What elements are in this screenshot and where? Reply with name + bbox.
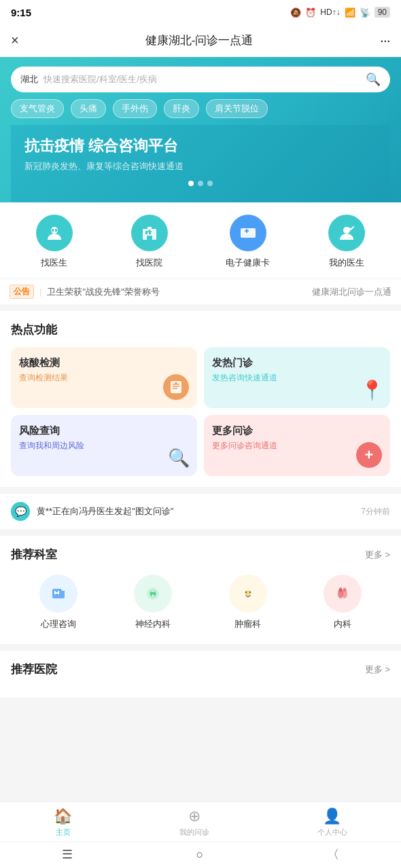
back-button[interactable]: 〈 bbox=[327, 846, 339, 863]
live-icon: 💬 bbox=[11, 502, 30, 521]
banner-dots bbox=[24, 181, 377, 186]
notice-separator: | bbox=[39, 287, 41, 297]
hot-card-nucleic[interactable]: 核酸检测 查询检测结果 bbox=[11, 347, 197, 408]
oncology-label: 肿瘤科 bbox=[234, 618, 261, 630]
svg-rect-19 bbox=[175, 382, 177, 384]
notice-more: 健康湖北问诊一点通 bbox=[312, 286, 391, 298]
tab-home[interactable]: 🏠 主页 bbox=[54, 808, 72, 837]
notice-bar[interactable]: 公告 | 卫生荣获"战疫先锋"荣誉称号 健康湖北问诊一点通 bbox=[0, 278, 401, 304]
quick-nav: 找医生 找医院 电子健康卡 bbox=[0, 202, 401, 278]
clock-icon: ⏰ bbox=[305, 7, 316, 18]
recommended-depts-section: 推荐科室 更多 > 心理咨询 bbox=[0, 536, 401, 644]
status-bar: 9:15 🔕 ⏰ HD↑↓ 📶 📡 90 bbox=[0, 0, 401, 24]
nav-find-doctor[interactable]: 找医生 bbox=[36, 215, 73, 269]
svg-rect-17 bbox=[173, 386, 179, 387]
tag-hand-injury[interactable]: 手外伤 bbox=[113, 99, 157, 118]
fever-title: 发热门诊 bbox=[212, 357, 382, 369]
recommended-hospitals-header: 推荐医院 更多 > bbox=[11, 662, 390, 677]
quick-tags: 支气管炎 头痛 手外伤 肝炎 肩关节脱位 bbox=[11, 92, 390, 125]
more-depts-button[interactable]: 更多 > bbox=[365, 549, 390, 561]
fever-sub: 发热咨询快速通道 bbox=[212, 372, 382, 384]
more-hospitals-button[interactable]: 更多 > bbox=[365, 664, 390, 676]
risk-sub: 查询我和周边风险 bbox=[19, 440, 189, 452]
profile-label: 个人中心 bbox=[317, 827, 347, 837]
svg-point-33 bbox=[339, 587, 343, 592]
hot-card-fever[interactable]: 发热门诊 发热咨询快速通道 📍 bbox=[204, 347, 390, 408]
hot-card-more[interactable]: 更多问诊 更多问诊咨询通道 + bbox=[204, 415, 390, 476]
search-bar[interactable]: 湖北 快速搜索医院/科室/医生/疾病 🔍 bbox=[11, 67, 390, 92]
live-text: 黄**正在向冯丹医生发起"图文问诊" bbox=[37, 505, 354, 518]
menu-button[interactable]: ☰ bbox=[62, 847, 73, 862]
banner-dot-1[interactable] bbox=[188, 181, 194, 186]
more-title: 更多问诊 bbox=[212, 424, 382, 437]
svg-point-26 bbox=[152, 595, 154, 597]
more-icon: + bbox=[356, 442, 382, 468]
banner: 抗击疫情 综合咨询平台 新冠肺炎发热、康复等综合咨询快速通道 bbox=[11, 125, 390, 202]
svg-rect-2 bbox=[54, 228, 55, 233]
nav-my-doctor[interactable]: 我的医生 bbox=[328, 215, 365, 269]
internal-medicine-icon bbox=[324, 575, 362, 613]
search-icon[interactable]: 🔍 bbox=[366, 72, 381, 87]
bottom-tabs: 🏠 主页 ⊕ 我的问诊 👤 个人中心 bbox=[0, 802, 401, 842]
home-label: 主页 bbox=[56, 827, 71, 837]
internal-medicine-label: 内科 bbox=[334, 618, 351, 630]
battery-icon: 90 bbox=[374, 7, 390, 18]
home-button[interactable]: ○ bbox=[196, 848, 204, 862]
psychology-icon bbox=[39, 575, 77, 613]
health-card-icon bbox=[230, 215, 266, 251]
hot-functions-section: 热点功能 核酸检测 查询检测结果 发热门诊 发热咨询快速通道 📍 风险查询 查 bbox=[0, 311, 401, 487]
dept-internal-medicine[interactable]: 内科 bbox=[324, 575, 362, 630]
neurology-label: 神经内科 bbox=[135, 618, 171, 630]
svg-rect-5 bbox=[145, 231, 147, 234]
nucleic-icon bbox=[163, 374, 189, 400]
banner-dot-2[interactable] bbox=[198, 181, 203, 186]
dept-oncology[interactable]: 肿瘤科 bbox=[229, 575, 267, 630]
bottom-nav: 🏠 主页 ⊕ 我的问诊 👤 个人中心 ☰ ○ 〈 bbox=[0, 801, 401, 868]
tag-bronchitis[interactable]: 支气管炎 bbox=[11, 99, 64, 118]
close-button[interactable]: × bbox=[11, 33, 19, 48]
more-button[interactable]: ··· bbox=[380, 32, 390, 50]
tab-profile[interactable]: 👤 个人中心 bbox=[317, 808, 347, 837]
recommended-hospitals-section: 推荐医院 更多 > bbox=[0, 651, 401, 698]
banner-subtitle: 新冠肺炎发热、康复等综合咨询快速通道 bbox=[24, 160, 377, 173]
signal-icon: HD↑↓ bbox=[320, 7, 340, 17]
banner-dot-3[interactable] bbox=[207, 181, 213, 186]
nav-find-hospital[interactable]: 找医院 bbox=[131, 215, 168, 269]
svg-point-30 bbox=[249, 592, 251, 594]
fever-icon: 📍 bbox=[359, 377, 385, 403]
profile-icon: 👤 bbox=[323, 808, 341, 825]
svg-rect-9 bbox=[147, 231, 152, 232]
notice-tag: 公告 bbox=[10, 285, 34, 299]
hot-functions-header: 热点功能 bbox=[11, 322, 390, 338]
tab-consultation[interactable]: ⊕ 我的问诊 bbox=[179, 808, 209, 837]
psychology-label: 心理咨询 bbox=[41, 618, 76, 630]
risk-icon: 🔍 bbox=[166, 445, 192, 471]
more-hospitals-label: 更多 > bbox=[365, 664, 390, 676]
live-feed[interactable]: 💬 黄**正在向冯丹医生发起"图文问诊" 7分钟前 bbox=[0, 494, 401, 529]
risk-title: 风险查询 bbox=[19, 424, 189, 437]
svg-point-24 bbox=[61, 587, 65, 591]
nav-health-card[interactable]: 电子健康卡 bbox=[226, 215, 270, 269]
tag-shoulder[interactable]: 肩关节脱位 bbox=[206, 99, 268, 118]
svg-rect-23 bbox=[54, 592, 59, 594]
consultation-label: 我的问诊 bbox=[179, 827, 209, 837]
tag-hepatitis[interactable]: 肝炎 bbox=[164, 99, 199, 118]
nav-bar: × 健康湖北-问诊一点通 ··· bbox=[0, 24, 401, 57]
svg-point-29 bbox=[245, 592, 247, 594]
wifi-icon: 📡 bbox=[360, 7, 370, 18]
hot-functions-title: 热点功能 bbox=[11, 322, 57, 338]
consultation-icon: ⊕ bbox=[188, 808, 201, 825]
recommended-hospitals-title: 推荐医院 bbox=[11, 662, 57, 677]
svg-point-34 bbox=[343, 587, 347, 592]
my-doctor-label: 我的医生 bbox=[329, 257, 364, 269]
notice-text: 卫生荣获"战疫先锋"荣誉称号 bbox=[47, 286, 307, 298]
dept-psychology[interactable]: 心理咨询 bbox=[39, 575, 77, 630]
page-title: 健康湖北-问诊一点通 bbox=[145, 33, 254, 48]
hot-card-risk[interactable]: 风险查询 查询我和周边风险 🔍 bbox=[11, 415, 197, 476]
doctor-icon bbox=[36, 215, 73, 251]
tag-headache[interactable]: 头痛 bbox=[71, 99, 106, 118]
status-time: 9:15 bbox=[11, 7, 31, 18]
dept-neurology[interactable]: 神经内科 bbox=[134, 575, 172, 630]
recommended-depts-header: 推荐科室 更多 > bbox=[11, 547, 390, 562]
cellular-icon: 📶 bbox=[345, 7, 355, 18]
